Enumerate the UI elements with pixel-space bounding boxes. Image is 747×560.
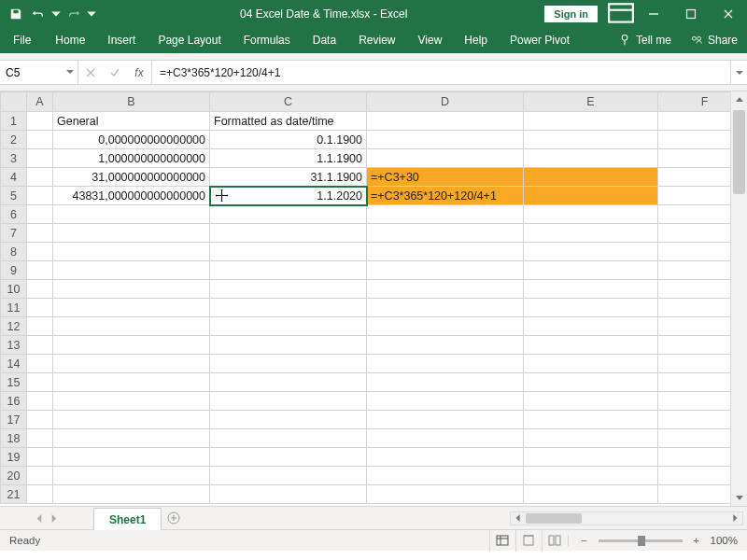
cell[interactable] <box>210 299 367 317</box>
cell[interactable] <box>658 243 731 261</box>
cell[interactable] <box>53 261 210 280</box>
cell[interactable]: General <box>53 112 210 131</box>
col-header-D[interactable]: D <box>367 92 524 112</box>
cell[interactable] <box>524 280 658 299</box>
cell[interactable] <box>367 355 524 373</box>
row-header[interactable]: 20 <box>1 467 27 485</box>
col-header-E[interactable]: E <box>524 92 658 112</box>
zoom-level[interactable]: 100% <box>711 535 738 546</box>
cell[interactable] <box>367 429 524 448</box>
name-box[interactable]: C5 <box>0 61 78 84</box>
scroll-down-button[interactable] <box>731 489 747 506</box>
cell[interactable] <box>658 168 731 187</box>
cell[interactable] <box>524 485 658 504</box>
cell[interactable] <box>53 467 210 485</box>
cell[interactable] <box>210 467 367 485</box>
cell[interactable] <box>27 187 53 205</box>
cell[interactable] <box>210 448 367 467</box>
ribbon-display-options-button[interactable] <box>607 0 635 27</box>
cell[interactable] <box>27 168 53 187</box>
scroll-left-button[interactable] <box>511 512 526 525</box>
cell[interactable] <box>524 112 658 131</box>
cell[interactable] <box>27 411 53 429</box>
cell[interactable] <box>658 411 731 429</box>
col-header-F[interactable]: F <box>658 92 731 112</box>
cell[interactable] <box>210 373 367 392</box>
cell[interactable] <box>53 205 210 224</box>
qat-customize-icon[interactable] <box>86 4 97 24</box>
cell[interactable] <box>658 131 731 149</box>
cell[interactable] <box>524 448 658 467</box>
cell[interactable] <box>367 317 524 336</box>
row-header[interactable]: 15 <box>1 373 27 392</box>
tab-formulas[interactable]: Formulas <box>233 27 302 53</box>
cell[interactable]: 0.1.1900 <box>210 131 367 149</box>
cell[interactable]: 1,000000000000000 <box>53 149 210 168</box>
tab-file[interactable]: File <box>0 27 44 53</box>
cell[interactable] <box>658 261 731 280</box>
cell[interactable] <box>524 224 658 243</box>
cell[interactable]: 31.1.1900 <box>210 168 367 187</box>
cell[interactable]: =+C3+30 <box>367 168 524 187</box>
row-header[interactable]: 12 <box>1 317 27 336</box>
cell[interactable]: =+C3*365*120+120/4+1 <box>367 187 524 205</box>
cell[interactable] <box>367 485 524 504</box>
cell[interactable]: 0,000000000000000 <box>53 131 210 149</box>
cell[interactable] <box>210 261 367 280</box>
cell[interactable] <box>53 243 210 261</box>
cell[interactable] <box>27 429 53 448</box>
cell[interactable]: 1.1.1900 <box>210 149 367 168</box>
col-header-B[interactable]: B <box>53 92 210 112</box>
tell-me-button[interactable]: Tell me <box>609 27 681 53</box>
maximize-button[interactable] <box>672 0 710 27</box>
cell[interactable] <box>53 355 210 373</box>
cell[interactable] <box>658 187 731 205</box>
cell[interactable] <box>27 467 53 485</box>
name-box-dropdown-icon[interactable] <box>65 66 75 79</box>
cell[interactable] <box>524 261 658 280</box>
tab-home[interactable]: Home <box>44 27 96 53</box>
row-header[interactable]: 1 <box>1 112 27 131</box>
cell[interactable] <box>210 355 367 373</box>
cell[interactable] <box>27 317 53 336</box>
row-header[interactable]: 7 <box>1 224 27 243</box>
cell[interactable] <box>658 299 731 317</box>
zoom-slider[interactable] <box>599 539 683 542</box>
share-button[interactable]: Share <box>681 27 747 53</box>
cell[interactable] <box>524 355 658 373</box>
enter-formula-button[interactable] <box>103 61 127 84</box>
cell[interactable] <box>210 243 367 261</box>
cell[interactable] <box>658 224 731 243</box>
vertical-scroll-thumb[interactable] <box>733 110 745 194</box>
cell[interactable]: 43831,000000000000000 <box>53 187 210 205</box>
cell[interactable] <box>524 205 658 224</box>
cell[interactable] <box>210 224 367 243</box>
cell[interactable] <box>27 280 53 299</box>
cell[interactable] <box>210 392 367 411</box>
sheet-nav-buttons[interactable] <box>0 507 93 529</box>
col-header-A[interactable]: A <box>27 92 53 112</box>
cell[interactable] <box>658 280 731 299</box>
cell[interactable] <box>367 131 524 149</box>
cell[interactable] <box>27 355 53 373</box>
cell[interactable] <box>53 448 210 467</box>
cell[interactable] <box>658 317 731 336</box>
row-header[interactable]: 5 <box>1 187 27 205</box>
cell[interactable] <box>367 261 524 280</box>
cell[interactable]: Formatted as date/time <box>210 112 367 131</box>
cell[interactable] <box>27 149 53 168</box>
horizontal-scrollbar[interactable] <box>510 511 743 525</box>
cell[interactable] <box>27 448 53 467</box>
save-button[interactable] <box>6 4 26 24</box>
cell[interactable] <box>210 336 367 355</box>
cell[interactable] <box>53 317 210 336</box>
cell[interactable] <box>658 485 731 504</box>
row-header[interactable]: 11 <box>1 299 27 317</box>
normal-view-button[interactable] <box>489 530 515 552</box>
cell[interactable] <box>367 448 524 467</box>
insert-function-button[interactable]: fx <box>127 61 151 84</box>
cell[interactable] <box>524 467 658 485</box>
sheet-tab-active[interactable]: Sheet1 <box>93 508 162 530</box>
cell[interactable] <box>367 205 524 224</box>
cell[interactable] <box>658 392 731 411</box>
